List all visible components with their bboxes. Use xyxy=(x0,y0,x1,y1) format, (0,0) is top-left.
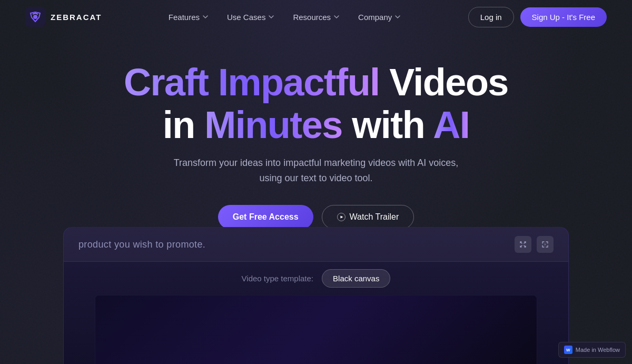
get-free-access-button[interactable]: Get Free Access xyxy=(218,205,313,229)
hero-subtitle: Transform your ideas into impactful mark… xyxy=(174,155,459,186)
webflow-logo-icon: W xyxy=(564,346,572,354)
video-preview-wrapper: product you wish to promote. Video type … xyxy=(63,227,569,364)
preview-type-row: Video type template: Black canvas xyxy=(64,262,568,295)
hero-title-minutes: Minutes xyxy=(204,104,342,146)
logo-icon xyxy=(25,7,45,27)
chevron-down-icon xyxy=(202,13,209,21)
svg-point-1 xyxy=(33,15,37,19)
expand-icon xyxy=(519,240,527,249)
chevron-down-icon xyxy=(394,13,401,21)
fullscreen-icon xyxy=(541,240,549,249)
logo-text: ZEBRACAT xyxy=(51,13,102,22)
fullscreen-icon-button[interactable] xyxy=(537,236,554,253)
preview-icons xyxy=(515,236,554,253)
nav-item-features[interactable]: Features xyxy=(161,8,216,26)
hero-title-in: in xyxy=(163,104,195,146)
preview-topbar: product you wish to promote. xyxy=(64,228,568,262)
logo[interactable]: ZEBRACAT xyxy=(25,7,102,27)
signup-button[interactable]: Sign Up - It's Free xyxy=(520,7,607,27)
preview-canvas xyxy=(95,295,537,364)
chevron-down-icon xyxy=(333,13,340,21)
hero-title: Craft Impactful Videos in Minutes with A… xyxy=(124,61,508,146)
watch-trailer-button[interactable]: Watch Trailer xyxy=(322,205,414,229)
chevron-down-icon xyxy=(268,13,275,21)
hero-section: Craft Impactful Videos in Minutes with A… xyxy=(0,34,632,250)
hero-title-line1: Craft Impactful Videos xyxy=(124,61,508,104)
expand-icon-button[interactable] xyxy=(515,236,531,253)
login-button[interactable]: Log in xyxy=(468,7,514,27)
hero-title-with-text: with xyxy=(352,104,424,146)
hero-title-ai: AI xyxy=(433,104,469,146)
webflow-badge-text: Made in Webflow xyxy=(576,347,620,353)
preview-type-label: Video type template: xyxy=(242,274,313,283)
nav-item-resources[interactable]: Resources xyxy=(285,8,348,26)
webflow-badge[interactable]: W Made in Webflow xyxy=(558,342,626,358)
play-icon xyxy=(337,213,345,221)
nav-item-company[interactable]: Company xyxy=(351,8,409,26)
nav-links: Features Use Cases Resources Company xyxy=(161,8,409,26)
hero-buttons: Get Free Access Watch Trailer xyxy=(218,205,414,229)
hero-title-purple1: Craft Impactful xyxy=(124,61,380,103)
hero-title-line2: in Minutes with AI xyxy=(124,104,508,146)
preview-prompt-text: product you wish to promote. xyxy=(78,239,205,250)
hero-title-videos: Videos xyxy=(389,61,508,103)
video-preview: product you wish to promote. Video type … xyxy=(63,227,569,364)
nav-actions: Log in Sign Up - It's Free xyxy=(468,7,607,27)
preview-type-badge[interactable]: Black canvas xyxy=(322,269,390,288)
nav-item-use-cases[interactable]: Use Cases xyxy=(220,8,282,26)
navbar: ZEBRACAT Features Use Cases Resources Co… xyxy=(0,0,632,34)
